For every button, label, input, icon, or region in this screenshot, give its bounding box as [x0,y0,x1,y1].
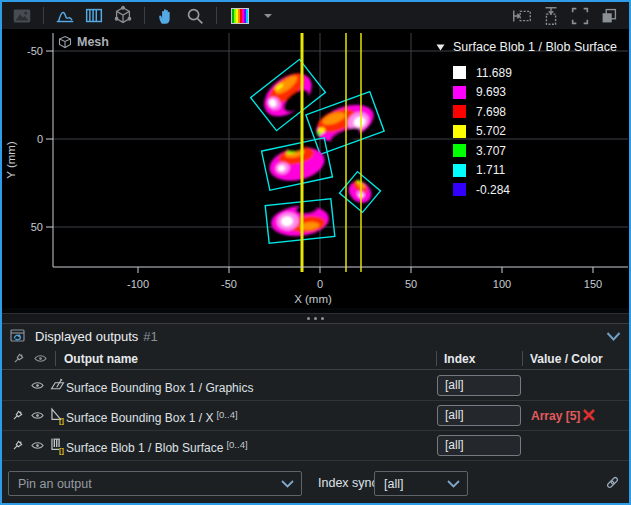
column-value-color: Value / Color [530,352,603,366]
legend-color-swatch [453,125,466,138]
legend-value: 1.711 [476,163,505,177]
legend-value: 11.689 [476,66,512,80]
y-tick-label: 50 [31,221,43,233]
x-tick-label: 0 [317,278,323,290]
profile-view-icon[interactable] [53,4,77,28]
x-tick-label: 50 [405,278,417,290]
layers-icon[interactable] [597,4,621,28]
collapse-triangle-icon [436,44,445,51]
column-output-name: Output name [64,352,138,366]
legend-entry: 1.711 [453,161,624,181]
legend-value: 3.707 [476,144,506,158]
legend-entry: 3.707 [453,141,624,161]
legend-color-swatch [453,86,466,99]
x-tick-label: 150 [584,278,602,290]
mesh-cube-icon [58,35,72,49]
svg-text:[]: [] [59,417,64,425]
pin-column-icon [11,351,26,369]
output-row-x-values[interactable]: [] Surface Bounding Box 1 / X[0..4] [all… [2,401,629,431]
legend-title[interactable]: Surface Blob 1 / Blob Surface [436,40,624,54]
pin-output-combobox[interactable]: Pin an output [8,471,302,496]
fit-height-icon[interactable] [539,4,563,28]
index-sync-combobox[interactable]: [all] [374,471,468,496]
svg-text:[]: [] [59,447,64,455]
output-name: Surface Bounding Box 1 / Graphics [66,381,253,395]
legend-entry: -0.284 [453,180,624,200]
colormap-select-icon[interactable] [226,4,256,28]
image-view-icon[interactable] [10,4,34,28]
panel-header: Displayed outputs #1 [2,324,629,348]
blob-surface-legend: Surface Blob 1 / Blob Surface 11.689 9.6… [436,40,624,200]
y-tick-labels: -50 0 50 [27,45,43,233]
surface-view-icon[interactable] [82,4,106,28]
output-name: Surface Blob 1 / Blob Surface [66,441,223,455]
index-sync-label: Index sync [318,476,378,490]
graphics-output-icon [48,376,67,398]
legend-title-text: Surface Blob 1 / Blob Surface [453,40,617,54]
x-tick-label: 100 [493,278,511,290]
legend-color-swatch [453,183,466,196]
toolbar-separator [216,7,217,24]
column-separator [436,351,437,366]
remove-pin-icon[interactable] [582,408,596,426]
output-row-blob-surface[interactable]: [] Surface Blob 1 / Blob Surface[0..4] [… [2,431,629,461]
panel-title: Displayed outputs [35,329,138,344]
legend-color-swatch [453,66,466,79]
surface-blob [306,92,384,155]
eye-column-icon [33,351,48,369]
fit-width-icon[interactable] [510,4,534,28]
column-separator [522,351,523,366]
zoom-tool-icon[interactable] [183,4,207,28]
colormap-dropdown-caret[interactable] [261,4,275,28]
pinned-pin-icon[interactable] [10,408,25,427]
column-separator [55,351,56,366]
displayed-outputs-icon [10,328,27,344]
x-axis-label: X (mm) [294,293,332,305]
surface-blob [261,136,332,190]
surface-blob [265,199,335,244]
mesh-3d-view-icon[interactable] [111,4,135,28]
legend-entry: 9.693 [453,83,624,103]
legend-value: 7.698 [476,105,506,119]
legend-entry: 11.689 [453,63,624,83]
link-icon[interactable] [604,474,621,495]
toolbar-separator [43,7,44,24]
index-input[interactable]: [all] [437,375,521,396]
pan-hand-icon[interactable] [154,4,178,28]
surface-blobs [251,59,384,243]
chevron-down-icon [281,480,294,488]
fit-view-icon[interactable] [568,4,592,28]
visibility-eye-icon[interactable] [30,438,45,457]
index-input[interactable]: [all] [437,405,521,426]
output-range: [0..4] [226,439,247,450]
panel-collapse-chevron[interactable] [606,332,621,341]
surface-array-output-icon: [] [48,436,67,459]
x-tick-labels: -100 -50 0 50 100 150 [127,278,602,290]
y-axis-label: Y (mm) [5,141,17,179]
x-tick-label: -100 [127,278,149,290]
legend-color-swatch [453,164,466,177]
column-header-row: Output name Index Value / Color [2,348,629,370]
pinned-pin-icon[interactable] [10,438,25,457]
value-array-output-icon: [] [48,406,67,429]
visibility-eye-icon[interactable] [30,408,45,427]
panel-footer: Pin an output Index sync [all] [2,471,629,497]
column-index: Index [444,352,475,366]
legend-value: 9.693 [476,85,506,99]
toolbar-separator [144,7,145,24]
output-row-graphics[interactable]: Surface Bounding Box 1 / Graphics [all] [2,371,629,401]
surface-viewer[interactable]: -50 0 50 Y (mm) -100 -50 0 50 100 150 X … [2,29,629,308]
displayed-outputs-panel: Displayed outputs #1 Output name Index V… [2,323,629,503]
chevron-down-icon [447,480,460,488]
legend-entries: 11.689 9.693 7.698 5.702 3.707 1.711 -0.… [453,63,624,200]
splitter-handle[interactable] [2,313,629,323]
value-cell: Array [5] [531,409,580,423]
visibility-eye-icon[interactable] [30,378,45,397]
output-name: Surface Bounding Box 1 / X [66,411,213,425]
index-input[interactable]: [all] [437,435,521,456]
toolbar [2,2,629,29]
pane-splitter [2,308,629,323]
legend-value: 5.702 [476,124,506,138]
y-tick-label: 0 [37,133,43,145]
output-range: [0..4] [216,409,237,420]
